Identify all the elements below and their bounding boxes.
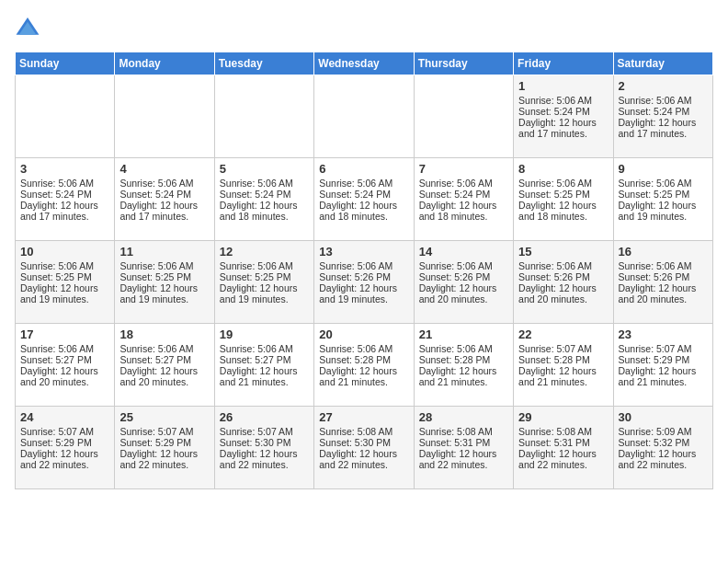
day-info-line: Daylight: 12 hours and 22 minutes. xyxy=(319,448,408,470)
day-header-sunday: Sunday xyxy=(16,52,115,75)
calendar-cell: 26Sunrise: 5:07 AMSunset: 5:30 PMDayligh… xyxy=(214,407,313,489)
day-info-line: Sunset: 5:29 PM xyxy=(119,437,209,448)
day-info-line: Sunrise: 5:07 AM xyxy=(119,426,209,437)
day-info-line: Sunrise: 5:07 AM xyxy=(619,343,708,354)
day-info-line: Sunrise: 5:08 AM xyxy=(419,426,508,437)
page-header xyxy=(15,15,713,40)
day-info-line: Daylight: 12 hours and 22 minutes. xyxy=(20,448,109,470)
calendar-cell xyxy=(414,75,513,158)
calendar-cell: 28Sunrise: 5:08 AMSunset: 5:31 PMDayligh… xyxy=(414,407,513,489)
day-info-line: Sunrise: 5:06 AM xyxy=(20,178,109,189)
day-info-line: Sunrise: 5:06 AM xyxy=(419,343,508,354)
day-number: 20 xyxy=(319,327,408,341)
day-info-line: Daylight: 12 hours and 21 minutes. xyxy=(619,365,708,387)
day-info-line: Sunrise: 5:06 AM xyxy=(619,95,708,106)
day-info-line: Sunset: 5:25 PM xyxy=(518,189,608,200)
day-info-line: Daylight: 12 hours and 22 minutes. xyxy=(119,448,209,470)
day-info-line: Sunrise: 5:06 AM xyxy=(20,343,109,354)
day-header-monday: Monday xyxy=(115,52,214,75)
day-info-line: Daylight: 12 hours and 17 minutes. xyxy=(20,200,109,222)
day-info-line: Sunset: 5:31 PM xyxy=(518,437,608,448)
calendar-header: SundayMondayTuesdayWednesdayThursdayFrid… xyxy=(16,52,713,75)
day-info-line: Daylight: 12 hours and 19 minutes. xyxy=(20,282,109,304)
day-info-line: Sunrise: 5:06 AM xyxy=(518,178,608,189)
day-info-line: Sunset: 5:24 PM xyxy=(619,106,708,117)
day-info-line: Sunset: 5:24 PM xyxy=(220,189,309,200)
day-info-line: Sunset: 5:26 PM xyxy=(419,271,508,282)
calendar-cell: 1Sunrise: 5:06 AMSunset: 5:24 PMDaylight… xyxy=(514,75,613,158)
day-info-line: Sunset: 5:24 PM xyxy=(419,189,508,200)
calendar-cell: 30Sunrise: 5:09 AMSunset: 5:32 PMDayligh… xyxy=(613,407,712,489)
day-info-line: Sunrise: 5:06 AM xyxy=(319,178,408,189)
day-info-line: Daylight: 12 hours and 21 minutes. xyxy=(319,365,408,387)
calendar-cell: 4Sunrise: 5:06 AMSunset: 5:24 PMDaylight… xyxy=(115,158,214,241)
day-info-line: Sunrise: 5:09 AM xyxy=(619,426,708,437)
day-number: 29 xyxy=(518,410,608,424)
calendar-cell xyxy=(16,75,115,158)
day-info-line: Sunrise: 5:08 AM xyxy=(518,426,608,437)
day-info-line: Sunset: 5:31 PM xyxy=(419,437,508,448)
day-info-line: Sunrise: 5:06 AM xyxy=(119,260,209,271)
calendar-cell: 18Sunrise: 5:06 AMSunset: 5:27 PMDayligh… xyxy=(115,324,214,407)
day-info-line: Sunrise: 5:06 AM xyxy=(619,178,708,189)
day-info-line: Sunset: 5:25 PM xyxy=(20,271,109,282)
day-number: 1 xyxy=(518,79,608,93)
day-info-line: Sunrise: 5:06 AM xyxy=(119,178,209,189)
day-info-line: Sunset: 5:27 PM xyxy=(119,354,209,365)
day-info-line: Sunset: 5:25 PM xyxy=(119,271,209,282)
day-header-saturday: Saturday xyxy=(613,52,712,75)
day-number: 2 xyxy=(619,79,708,93)
calendar-cell: 23Sunrise: 5:07 AMSunset: 5:29 PMDayligh… xyxy=(613,324,712,407)
day-number: 3 xyxy=(20,162,109,176)
day-number: 6 xyxy=(319,162,408,176)
week-row-4: 17Sunrise: 5:06 AMSunset: 5:27 PMDayligh… xyxy=(16,324,713,407)
day-info-line: Sunset: 5:25 PM xyxy=(220,271,309,282)
day-info-line: Sunrise: 5:06 AM xyxy=(518,95,608,106)
day-number: 15 xyxy=(518,245,608,259)
day-number: 8 xyxy=(518,162,608,176)
day-info-line: Sunset: 5:26 PM xyxy=(518,271,608,282)
calendar-cell: 17Sunrise: 5:06 AMSunset: 5:27 PMDayligh… xyxy=(16,324,115,407)
day-info-line: Sunset: 5:24 PM xyxy=(119,189,209,200)
calendar: SundayMondayTuesdayWednesdayThursdayFrid… xyxy=(15,52,713,489)
day-info-line: Sunset: 5:30 PM xyxy=(319,437,408,448)
day-info-line: Sunrise: 5:06 AM xyxy=(220,343,309,354)
week-row-1: 1Sunrise: 5:06 AMSunset: 5:24 PMDaylight… xyxy=(16,75,713,158)
calendar-cell: 7Sunrise: 5:06 AMSunset: 5:24 PMDaylight… xyxy=(414,158,513,241)
day-info-line: Sunrise: 5:07 AM xyxy=(518,343,608,354)
day-info-line: Daylight: 12 hours and 22 minutes. xyxy=(518,448,608,470)
day-number: 14 xyxy=(419,245,508,259)
day-number: 7 xyxy=(419,162,508,176)
day-info-line: Sunset: 5:24 PM xyxy=(20,189,109,200)
calendar-cell: 27Sunrise: 5:08 AMSunset: 5:30 PMDayligh… xyxy=(314,407,414,489)
calendar-cell: 10Sunrise: 5:06 AMSunset: 5:25 PMDayligh… xyxy=(16,241,115,324)
day-number: 16 xyxy=(619,245,708,259)
logo xyxy=(15,15,44,40)
day-info-line: Daylight: 12 hours and 20 minutes. xyxy=(518,282,608,304)
day-info-line: Daylight: 12 hours and 20 minutes. xyxy=(20,365,109,387)
day-info-line: Daylight: 12 hours and 18 minutes. xyxy=(319,200,408,222)
day-header-wednesday: Wednesday xyxy=(314,52,414,75)
day-number: 24 xyxy=(20,410,109,424)
calendar-cell: 5Sunrise: 5:06 AMSunset: 5:24 PMDaylight… xyxy=(214,158,313,241)
calendar-cell: 20Sunrise: 5:06 AMSunset: 5:28 PMDayligh… xyxy=(314,324,414,407)
day-info-line: Sunset: 5:24 PM xyxy=(319,189,408,200)
day-info-line: Sunset: 5:25 PM xyxy=(619,189,708,200)
header-row: SundayMondayTuesdayWednesdayThursdayFrid… xyxy=(16,52,713,75)
day-info-line: Daylight: 12 hours and 17 minutes. xyxy=(518,117,608,139)
day-info-line: Sunrise: 5:06 AM xyxy=(20,260,109,271)
calendar-cell: 11Sunrise: 5:06 AMSunset: 5:25 PMDayligh… xyxy=(115,241,214,324)
day-info-line: Sunset: 5:27 PM xyxy=(220,354,309,365)
day-info-line: Sunrise: 5:06 AM xyxy=(119,343,209,354)
calendar-cell: 24Sunrise: 5:07 AMSunset: 5:29 PMDayligh… xyxy=(16,407,115,489)
day-number: 21 xyxy=(419,327,508,341)
day-info-line: Sunset: 5:26 PM xyxy=(619,271,708,282)
day-info-line: Daylight: 12 hours and 19 minutes. xyxy=(220,282,309,304)
day-number: 18 xyxy=(119,327,209,341)
calendar-cell xyxy=(314,75,414,158)
day-info-line: Sunrise: 5:07 AM xyxy=(20,426,109,437)
calendar-cell: 8Sunrise: 5:06 AMSunset: 5:25 PMDaylight… xyxy=(514,158,613,241)
day-info-line: Sunset: 5:30 PM xyxy=(220,437,309,448)
day-header-thursday: Thursday xyxy=(414,52,513,75)
calendar-cell xyxy=(214,75,313,158)
